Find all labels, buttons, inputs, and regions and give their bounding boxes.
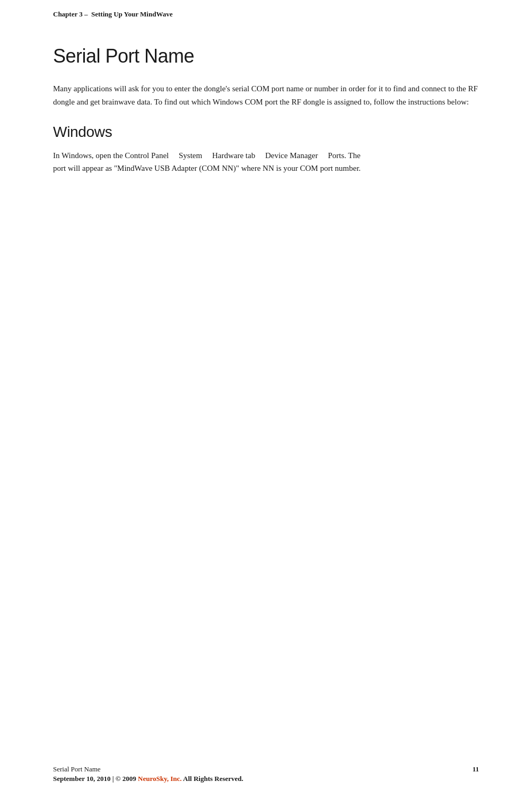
footer-rights: All Rights Reserved. [183,775,243,783]
windows-line2: port will appear as "MindWave USB Adapte… [53,164,361,172]
page-footer: Serial Port Name 11 September 10, 2010 |… [53,765,479,783]
footer-page-number: 11 [473,765,479,774]
windows-nav-ports: Ports. The [328,151,360,160]
footer-date-line: September 10, 2010 | © 2009 NeuroSky, In… [53,775,479,783]
windows-nav-device: Device Manager [265,151,318,160]
page-header: Chapter 3 – Setting Up Your MindWave [0,0,532,24]
windows-paragraph: In Windows, open the Control Panel Syste… [53,149,479,176]
intro-paragraph: Many applications will ask for you to en… [53,82,479,109]
windows-heading: Windows [53,124,479,141]
footer-date: September 10, 2010 [53,775,110,783]
chapter-label: Chapter [53,10,77,18]
footer-copyright: © 2009 [116,775,136,783]
main-content: Serial Port Name Many applications will … [0,24,532,218]
footer-top-row: Serial Port Name 11 [53,765,479,774]
windows-nav-system: System [179,151,202,160]
page-title: Serial Port Name [53,45,479,67]
chapter-header-full: 3 – Setting Up Your MindWave [77,10,173,18]
windows-nav-hardware: Hardware tab [212,151,255,160]
windows-line1: In Windows, open the Control Panel [53,151,169,160]
footer-neurosky: NeuroSky, Inc. [138,775,181,783]
footer-section-name: Serial Port Name [53,765,101,774]
page: Chapter 3 – Setting Up Your MindWave Ser… [0,0,532,799]
chapter-header: Chapter 3 – Setting Up Your MindWave [53,10,172,18]
